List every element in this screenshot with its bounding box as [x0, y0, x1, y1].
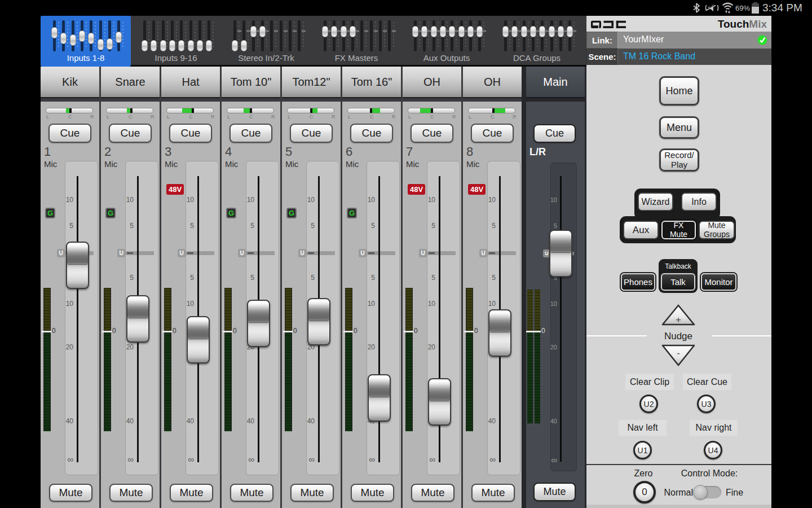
svg-text:+: + [676, 314, 681, 325]
svg-text:-: - [677, 348, 680, 358]
